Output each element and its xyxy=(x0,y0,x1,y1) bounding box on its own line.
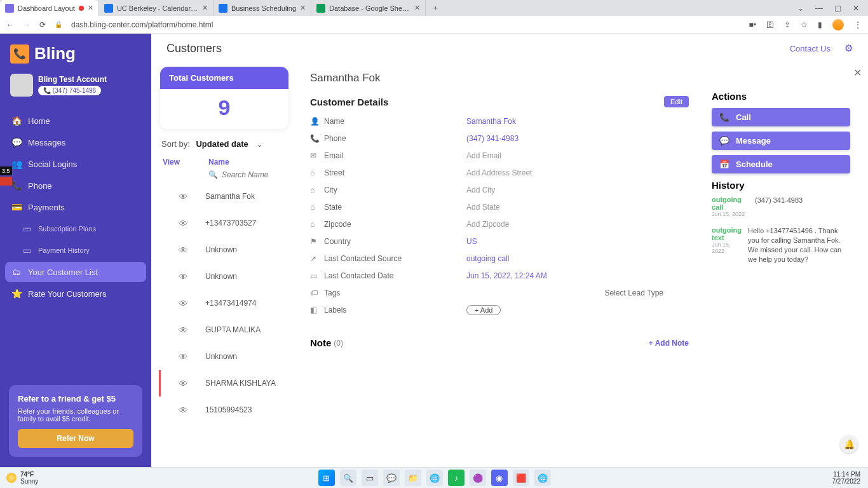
minimize-icon[interactable]: — xyxy=(815,4,823,13)
sidebar-item-social[interactable]: 👥Social Logins xyxy=(0,154,151,174)
col-name: Name xyxy=(208,158,229,166)
star-icon[interactable]: ☆ xyxy=(801,20,808,29)
sidebar-item-messages[interactable]: 💬Messages xyxy=(0,132,151,152)
eye-icon[interactable]: 👁 xyxy=(161,271,205,282)
close-icon[interactable]: ✕ xyxy=(88,4,93,12)
close-icon[interactable]: ✕ xyxy=(414,4,420,12)
customer-detail-panel: ✕ Samantha Fok Customer Details Edit 👤Na… xyxy=(295,63,868,467)
edit-button[interactable]: Edit xyxy=(664,96,689,107)
spotify-icon[interactable]: ♪ xyxy=(448,470,465,486)
chevron-down-icon: ⌄ xyxy=(257,140,262,148)
forward-icon[interactable]: → xyxy=(23,20,31,29)
search-input[interactable] xyxy=(222,170,292,179)
tab-calendar[interactable]: UC Berkeley - Calendar - Week o ✕ xyxy=(99,0,214,16)
sidebar: 📞 Bling Bling Test Account 📞 (347) 745-1… xyxy=(0,34,151,467)
maximize-icon[interactable]: ▢ xyxy=(834,4,841,13)
sidebar-item-customers[interactable]: 🗂Your Customer List xyxy=(5,262,146,282)
table-row[interactable]: 👁Samantha Fok xyxy=(159,183,291,210)
eye-icon[interactable]: 👁 xyxy=(161,325,205,336)
eye-icon[interactable]: 👁 xyxy=(161,298,205,309)
calendar-icon xyxy=(219,4,227,13)
table-row[interactable]: 👁Unknown xyxy=(159,236,291,263)
customer-list-panel: Total Customers 9 Sort by: Updated date … xyxy=(151,63,295,467)
table-row[interactable]: 👁Unknown xyxy=(159,343,291,370)
new-tab-button[interactable]: ＋ xyxy=(426,3,445,13)
key-icon[interactable]: ⚿ xyxy=(766,20,774,29)
reload-icon[interactable]: ⟳ xyxy=(39,20,46,29)
field-value[interactable]: Add State xyxy=(466,203,500,212)
table-row[interactable]: 👁15105994523 xyxy=(159,396,291,423)
section-title: Customer Details xyxy=(310,97,388,107)
refer-button[interactable]: Refer Now xyxy=(18,429,133,448)
eye-icon[interactable]: 👁 xyxy=(161,378,205,389)
field-value[interactable]: Add Zipcode xyxy=(466,220,509,229)
table-row[interactable]: 👁GUPTA MALIKA xyxy=(159,316,291,343)
customer-name: Unknown xyxy=(205,245,237,254)
taskview-icon[interactable]: ▭ xyxy=(362,470,378,486)
close-icon[interactable]: ✕ xyxy=(300,4,306,12)
start-icon[interactable]: ⊞ xyxy=(318,470,335,486)
table-row[interactable]: 👁SHARMA KISHLAYA xyxy=(159,370,291,396)
sidebar-item-phone[interactable]: 📞Phone xyxy=(0,175,151,196)
tab-title: Business Scheduling xyxy=(231,4,296,12)
panel-icon[interactable]: ▮ xyxy=(818,20,822,29)
action-message-button[interactable]: 💬Message xyxy=(712,132,850,150)
taskbar: 74°F Sunny ⊞ 🔍 ▭ 💬 📁 🌐 ♪ 🟣 ◉ 🟥 🌐 11:14 P… xyxy=(0,467,868,488)
sidebar-item-rate[interactable]: ⭐Rate Your Customers xyxy=(0,283,151,304)
close-window-icon[interactable]: ✕ xyxy=(853,4,859,13)
tab-scheduling[interactable]: Business Scheduling ✕ xyxy=(214,0,311,16)
time: 11:14 PM xyxy=(833,471,860,478)
table-row[interactable]: 👁+13473414974 xyxy=(159,290,291,316)
eye-icon[interactable]: 👁 xyxy=(161,191,205,202)
lock-icon: 🔒 xyxy=(55,21,62,28)
weather-widget[interactable]: 74°F Sunny xyxy=(0,471,44,485)
url-text[interactable]: dash.bling-center.com/platform/home.html xyxy=(71,20,740,29)
sort-row[interactable]: Sort by: Updated date ⌄ xyxy=(158,137,291,155)
chrome-icon[interactable]: 🌐 xyxy=(426,470,443,486)
gear-icon[interactable]: ⚙ xyxy=(844,43,853,54)
eye-icon[interactable]: 👁 xyxy=(161,218,205,229)
share-icon[interactable]: ⇪ xyxy=(784,20,790,29)
action-schedule-button[interactable]: 📅Schedule xyxy=(712,155,850,173)
explorer-icon[interactable]: 📁 xyxy=(405,470,421,486)
eye-icon[interactable]: 👁 xyxy=(161,351,205,362)
action-call-button[interactable]: 📞Call xyxy=(712,108,850,126)
close-icon[interactable]: ✕ xyxy=(202,4,208,12)
eye-icon[interactable]: 👁 xyxy=(161,245,205,255)
field-value[interactable]: Add Email xyxy=(466,151,501,160)
sidebar-sub-plans[interactable]: ▭Subscription Plans xyxy=(0,219,151,239)
profile-avatar-icon[interactable] xyxy=(832,19,844,30)
back-icon[interactable]: ← xyxy=(6,20,14,29)
topbar: Customers Contact Us ⚙ xyxy=(151,34,868,63)
chevron-down-icon[interactable]: ⌄ xyxy=(797,4,804,13)
account-phone: 📞 (347) 745-1496 xyxy=(38,86,101,95)
table-row[interactable]: 👁+13473703527 xyxy=(159,210,291,236)
notification-bell-icon[interactable]: 🔔 xyxy=(840,435,858,453)
sidebar-item-payments[interactable]: 💳Payments xyxy=(0,197,151,217)
field-row: ▭Last Contacted DateJun 15, 2022, 12:24 … xyxy=(310,267,689,284)
discord-icon[interactable]: ◉ xyxy=(491,470,508,486)
tab-dashboard[interactable]: Dashboard Layout ✕ xyxy=(0,0,99,16)
app2-icon[interactable]: 🟥 xyxy=(513,470,529,486)
sidebar-item-home[interactable]: 🏠Home xyxy=(0,111,151,131)
users-icon: 👥 xyxy=(11,159,22,169)
app-icon[interactable]: 🟣 xyxy=(470,470,486,486)
tags-label: Tags xyxy=(320,288,466,297)
chat-icon[interactable]: 💬 xyxy=(383,470,400,486)
tab-sheets[interactable]: Database - Google Sheets ✕ xyxy=(311,0,426,16)
sidebar-sub-history[interactable]: ▭Payment History xyxy=(0,240,151,261)
eye-icon[interactable]: 👁 xyxy=(161,405,205,416)
close-icon[interactable]: ✕ xyxy=(853,67,862,79)
field-value[interactable]: Add City xyxy=(466,186,495,194)
field-value[interactable]: Add Address Street xyxy=(466,168,532,177)
clock[interactable]: 11:14 PM 7/27/2022 xyxy=(825,471,869,485)
table-row[interactable]: 👁Unknown xyxy=(159,263,291,290)
add-note-button[interactable]: + Add Note xyxy=(649,339,689,348)
camera-icon[interactable]: ■• xyxy=(749,20,756,29)
app3-icon[interactable]: 🌐 xyxy=(534,470,551,486)
lead-type-select[interactable]: Select Lead Type xyxy=(604,288,689,297)
contact-us-link[interactable]: Contact Us xyxy=(790,44,831,53)
kebab-icon[interactable]: ⋮ xyxy=(854,20,862,29)
search-icon[interactable]: 🔍 xyxy=(340,470,356,486)
add-label-button[interactable]: + Add xyxy=(466,305,501,315)
